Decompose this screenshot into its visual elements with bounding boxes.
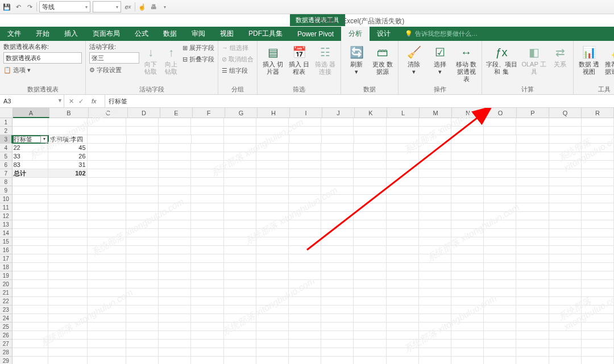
cell-G13[interactable]: [224, 220, 256, 229]
cell-B11[interactable]: [48, 203, 87, 212]
cell-M13[interactable]: [419, 220, 451, 229]
cell-A7[interactable]: 总计: [13, 169, 49, 178]
cell-Q7[interactable]: [549, 169, 582, 178]
refresh-button[interactable]: 🔄刷新▾: [345, 43, 368, 76]
cell-H7[interactable]: [256, 169, 289, 178]
row-header-7[interactable]: 7: [0, 169, 13, 178]
cell-I6[interactable]: [289, 161, 321, 169]
cell-P4[interactable]: [516, 144, 549, 152]
cell-F6[interactable]: [191, 161, 223, 169]
cell-B6[interactable]: 31: [48, 161, 87, 169]
cell-N12[interactable]: [451, 212, 484, 220]
cell-L28[interactable]: [387, 348, 419, 357]
cell-H21[interactable]: [256, 288, 289, 297]
cell-C23[interactable]: [88, 306, 126, 314]
cell-L5[interactable]: [387, 152, 419, 161]
cell-D21[interactable]: [126, 288, 159, 297]
cell-G12[interactable]: [224, 212, 256, 220]
group-selection-button[interactable]: → 组选择: [222, 43, 254, 53]
cell-R28[interactable]: [582, 348, 614, 357]
cell-E29[interactable]: [159, 357, 191, 364]
row-header-8[interactable]: 8: [0, 178, 13, 186]
cell-I22[interactable]: [289, 297, 321, 306]
cell-M17[interactable]: [419, 254, 451, 263]
cell-O24[interactable]: [484, 314, 516, 323]
cell-C25[interactable]: [88, 323, 126, 331]
cell-D22[interactable]: [126, 297, 159, 306]
cell-P23[interactable]: [516, 306, 549, 314]
cell-O18[interactable]: [484, 263, 516, 271]
tab-review[interactable]: 审阅: [184, 27, 213, 41]
cell-H11[interactable]: [256, 203, 289, 212]
cell-M21[interactable]: [419, 288, 451, 297]
cell-G26[interactable]: [224, 331, 256, 340]
row-header-21[interactable]: 21: [0, 288, 13, 297]
cell-E22[interactable]: [159, 297, 191, 306]
cell-A26[interactable]: [13, 331, 49, 340]
cell-A5[interactable]: 33: [13, 152, 49, 161]
cell-G7[interactable]: [224, 169, 256, 178]
cell-N17[interactable]: [451, 254, 484, 263]
cell-E5[interactable]: [159, 152, 191, 161]
cell-E17[interactable]: [159, 254, 191, 263]
cell-A1[interactable]: [13, 118, 49, 127]
cell-E9[interactable]: [159, 186, 191, 195]
cell-P22[interactable]: [516, 297, 549, 306]
cell-Q10[interactable]: [549, 195, 582, 203]
cell-I21[interactable]: [289, 288, 321, 297]
cell-H14[interactable]: [256, 229, 289, 237]
cell-F20[interactable]: [191, 280, 223, 288]
cell-H8[interactable]: [256, 178, 289, 186]
cell-G3[interactable]: [224, 135, 256, 144]
cell-R29[interactable]: [582, 357, 614, 364]
row-header-22[interactable]: 22: [0, 297, 13, 306]
column-header-Q[interactable]: Q: [549, 108, 582, 118]
cell-H3[interactable]: [256, 135, 289, 144]
tab-powerpivot[interactable]: Power Pivot: [290, 27, 341, 41]
cell-E23[interactable]: [159, 306, 191, 314]
cell-B23[interactable]: [48, 306, 87, 314]
cell-F12[interactable]: [191, 212, 223, 220]
cell-G5[interactable]: [224, 152, 256, 161]
cell-F9[interactable]: [191, 186, 223, 195]
row-header-12[interactable]: 12: [0, 212, 13, 220]
cell-O3[interactable]: [484, 135, 516, 144]
cell-N22[interactable]: [451, 297, 484, 306]
cell-C14[interactable]: [88, 229, 126, 237]
row-header-28[interactable]: 28: [0, 348, 13, 357]
cell-K28[interactable]: [354, 348, 386, 357]
cell-O25[interactable]: [484, 323, 516, 331]
cell-R27[interactable]: [582, 340, 614, 348]
cell-N4[interactable]: [451, 144, 484, 152]
cell-O6[interactable]: [484, 161, 516, 169]
cell-O13[interactable]: [484, 220, 516, 229]
cell-M5[interactable]: [419, 152, 451, 161]
cell-J19[interactable]: [321, 271, 354, 280]
column-header-M[interactable]: M: [420, 108, 452, 118]
cell-N27[interactable]: [451, 340, 484, 348]
cell-M14[interactable]: [419, 229, 451, 237]
cell-N11[interactable]: [451, 203, 484, 212]
cell-K29[interactable]: [354, 357, 386, 364]
cell-B29[interactable]: [48, 357, 87, 364]
cell-R18[interactable]: [582, 263, 614, 271]
cell-D1[interactable]: [126, 118, 159, 127]
collapse-field-button[interactable]: ⊟ 折叠字段: [182, 54, 214, 64]
cell-I27[interactable]: [289, 340, 321, 348]
cell-P6[interactable]: [516, 161, 549, 169]
cell-E24[interactable]: [159, 314, 191, 323]
cell-O4[interactable]: [484, 144, 516, 152]
cell-J16[interactable]: [321, 246, 354, 254]
cell-N28[interactable]: [451, 348, 484, 357]
cell-K14[interactable]: [354, 229, 386, 237]
cell-E27[interactable]: [159, 340, 191, 348]
cell-B13[interactable]: [48, 220, 87, 229]
cell-I8[interactable]: [289, 178, 321, 186]
cell-L9[interactable]: [387, 186, 419, 195]
cell-P11[interactable]: [516, 203, 549, 212]
cell-M8[interactable]: [419, 178, 451, 186]
cell-B7[interactable]: 102: [48, 169, 87, 178]
cell-M2[interactable]: [419, 127, 451, 135]
cell-G4[interactable]: [224, 144, 256, 152]
cell-I7[interactable]: [289, 169, 321, 178]
